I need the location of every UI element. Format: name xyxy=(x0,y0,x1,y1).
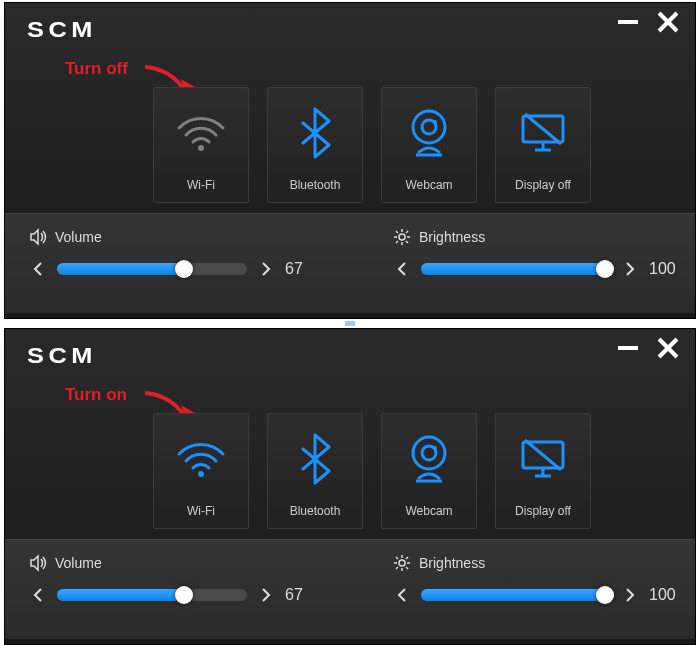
tile-label: Webcam xyxy=(405,504,452,518)
chevron-left-icon xyxy=(396,261,408,277)
scm-panel: SCM Turn off Wi-Fi Bluetooth xyxy=(4,2,696,319)
window-buttons xyxy=(615,9,681,35)
close-icon xyxy=(656,10,680,34)
tile-label: Bluetooth xyxy=(290,178,341,192)
volume-slider[interactable] xyxy=(57,589,247,601)
svg-line-20 xyxy=(396,241,398,243)
tile-label: Wi-Fi xyxy=(187,178,215,192)
display-off-icon xyxy=(496,88,590,178)
tile-display-off[interactable]: Display off xyxy=(495,413,591,529)
brightness-value: 100 xyxy=(649,260,683,278)
sliders-bar: Volume 67 Brightness xyxy=(5,213,695,313)
app-logo: SCM xyxy=(27,343,97,369)
volume-icon xyxy=(29,554,47,572)
app-logo: SCM xyxy=(27,17,97,43)
svg-line-11 xyxy=(525,114,561,144)
tile-label: Wi-Fi xyxy=(187,504,215,518)
webcam-icon xyxy=(382,88,476,178)
tile-webcam[interactable]: Webcam xyxy=(381,413,477,529)
volume-value: 67 xyxy=(285,260,319,278)
wifi-icon xyxy=(154,414,248,504)
brightness-decrease-button[interactable] xyxy=(393,260,411,278)
tile-display-off[interactable]: Display off xyxy=(495,87,591,203)
annotation-text: Turn off xyxy=(65,59,128,79)
brightness-icon xyxy=(393,228,411,246)
volume-label: Volume xyxy=(55,555,102,571)
quick-tiles: Wi-Fi Bluetooth Webcam Display off xyxy=(153,87,591,203)
brightness-decrease-button[interactable] xyxy=(393,586,411,604)
bluetooth-icon xyxy=(268,414,362,504)
brightness-value: 100 xyxy=(649,586,683,604)
svg-line-40 xyxy=(406,557,408,559)
chevron-left-icon xyxy=(396,587,408,603)
chevron-left-icon xyxy=(32,261,44,277)
wifi-icon xyxy=(154,88,248,178)
chevron-left-icon xyxy=(32,587,44,603)
minimize-icon xyxy=(616,336,640,360)
volume-value: 67 xyxy=(285,586,319,604)
brightness-label: Brightness xyxy=(419,555,485,571)
volume-slider[interactable] xyxy=(57,263,247,275)
svg-line-39 xyxy=(406,567,408,569)
svg-point-24 xyxy=(198,471,204,477)
chevron-right-icon xyxy=(260,587,272,603)
chevron-right-icon xyxy=(624,587,636,603)
minimize-icon xyxy=(616,10,640,34)
tile-label: Bluetooth xyxy=(290,504,341,518)
minimize-button[interactable] xyxy=(615,335,641,361)
svg-line-17 xyxy=(396,231,398,233)
svg-point-6 xyxy=(433,120,437,124)
tile-wifi[interactable]: Wi-Fi xyxy=(153,87,249,203)
brightness-slider[interactable] xyxy=(421,589,611,601)
brightness-increase-button[interactable] xyxy=(621,260,639,278)
close-button[interactable] xyxy=(655,335,681,361)
volume-decrease-button[interactable] xyxy=(29,586,47,604)
brightness-slider[interactable] xyxy=(421,263,611,275)
svg-point-33 xyxy=(399,560,405,566)
close-icon xyxy=(656,336,680,360)
tile-label: Display off xyxy=(515,178,571,192)
tile-label: Display off xyxy=(515,504,571,518)
sliders-bar: Volume 67 Brightness xyxy=(5,539,695,639)
chevron-right-icon xyxy=(624,261,636,277)
panel-separator xyxy=(0,321,700,326)
svg-line-32 xyxy=(525,440,561,470)
volume-group: Volume 67 xyxy=(29,228,349,278)
brightness-group: Brightness 100 xyxy=(393,228,700,278)
bluetooth-icon xyxy=(268,88,362,178)
tile-label: Webcam xyxy=(405,178,452,192)
title-bar: SCM xyxy=(5,3,695,55)
brightness-label: Brightness xyxy=(419,229,485,245)
volume-decrease-button[interactable] xyxy=(29,260,47,278)
svg-point-25 xyxy=(413,437,445,469)
scm-panel: SCM Turn on Wi-Fi Bluetooth xyxy=(4,328,696,645)
tile-wifi[interactable]: Wi-Fi xyxy=(153,413,249,529)
quick-tiles: Wi-Fi Bluetooth Webcam Display off xyxy=(153,413,591,529)
minimize-button[interactable] xyxy=(615,9,641,35)
annotation-text: Turn on xyxy=(65,385,127,405)
svg-line-19 xyxy=(406,231,408,233)
volume-label: Volume xyxy=(55,229,102,245)
webcam-icon xyxy=(382,414,476,504)
volume-increase-button[interactable] xyxy=(257,260,275,278)
svg-point-12 xyxy=(399,234,405,240)
volume-icon xyxy=(29,228,47,246)
svg-line-18 xyxy=(406,241,408,243)
tile-bluetooth[interactable]: Bluetooth xyxy=(267,413,363,529)
brightness-group: Brightness 100 xyxy=(393,554,700,604)
close-button[interactable] xyxy=(655,9,681,35)
svg-point-3 xyxy=(198,145,204,151)
brightness-increase-button[interactable] xyxy=(621,586,639,604)
volume-group: Volume 67 xyxy=(29,554,349,604)
tile-webcam[interactable]: Webcam xyxy=(381,87,477,203)
brightness-icon xyxy=(393,554,411,572)
tile-bluetooth[interactable]: Bluetooth xyxy=(267,87,363,203)
svg-point-27 xyxy=(433,446,437,450)
svg-line-38 xyxy=(396,557,398,559)
svg-line-41 xyxy=(396,567,398,569)
window-buttons xyxy=(615,335,681,361)
title-bar: SCM xyxy=(5,329,695,381)
chevron-right-icon xyxy=(260,261,272,277)
svg-point-4 xyxy=(413,111,445,143)
volume-increase-button[interactable] xyxy=(257,586,275,604)
